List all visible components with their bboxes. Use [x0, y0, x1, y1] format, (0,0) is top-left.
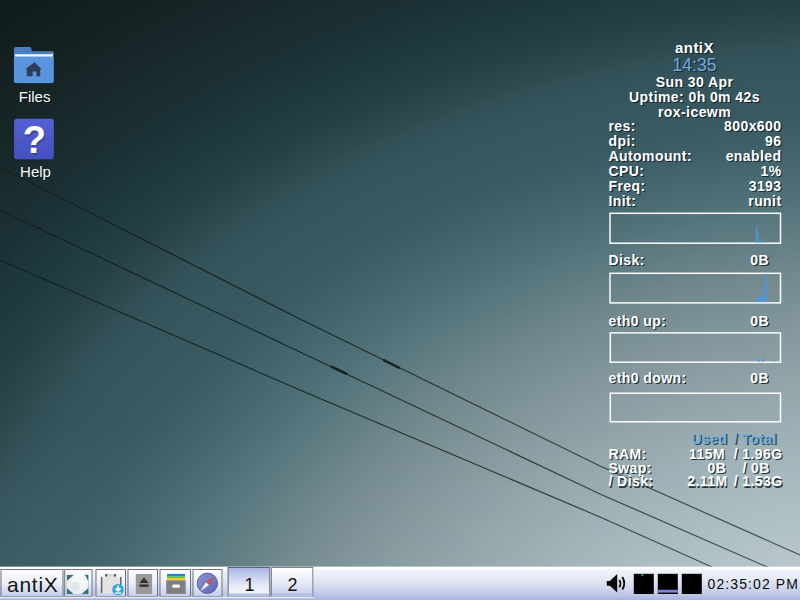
svg-text:/ Total: / Total — [734, 431, 777, 447]
svg-text:eth0 up:: eth0 up: — [609, 313, 667, 329]
svg-text:800x600: 800x600 — [724, 118, 781, 134]
svg-text:3193: 3193 — [749, 178, 782, 194]
svg-text:Used: Used — [692, 431, 728, 447]
svg-text:Sun 30 Apr: Sun 30 Apr — [656, 74, 734, 90]
svg-text:0B: 0B — [750, 370, 769, 386]
svg-text:96: 96 — [765, 133, 781, 149]
svg-text:14:35: 14:35 — [673, 55, 717, 75]
svg-text:eth0 down:: eth0 down: — [609, 370, 687, 386]
svg-text:Disk:: Disk: — [609, 252, 645, 268]
svg-text:runit: runit — [748, 193, 781, 209]
svg-text:02:35:02 PM: 02:35:02 PM — [708, 576, 800, 592]
svg-text:dpi:: dpi: — [609, 133, 636, 149]
svg-text:1%: 1% — [760, 163, 781, 179]
svg-text:Files: Files — [19, 88, 51, 105]
svg-text:0B: 0B — [750, 313, 769, 329]
svg-text:res:: res: — [609, 118, 636, 134]
svg-text:Uptime: 0h 0m 42s: Uptime: 0h 0m 42s — [629, 89, 760, 105]
svg-text:Init:: Init: — [609, 193, 637, 209]
svg-text:CPU:: CPU: — [609, 163, 645, 179]
svg-text:0B: 0B — [750, 252, 769, 268]
svg-text:Help: Help — [20, 163, 51, 180]
svg-text:/ Disk:: / Disk: — [609, 473, 654, 489]
svg-text:Freq:: Freq: — [609, 178, 646, 194]
svg-text:2.11M: 2.11M — [687, 473, 727, 489]
svg-text:enabled: enabled — [726, 148, 782, 164]
svg-text:antiX: antiX — [675, 39, 714, 56]
svg-text:antiX: antiX — [7, 573, 59, 596]
svg-text:?: ? — [23, 119, 46, 161]
svg-text:2: 2 — [287, 575, 297, 595]
svg-text:1: 1 — [244, 575, 254, 595]
svg-text:Automount:: Automount: — [609, 148, 693, 164]
svg-text:rox-icewm: rox-icewm — [658, 104, 731, 120]
svg-text:/ 1.53G: / 1.53G — [734, 473, 783, 489]
